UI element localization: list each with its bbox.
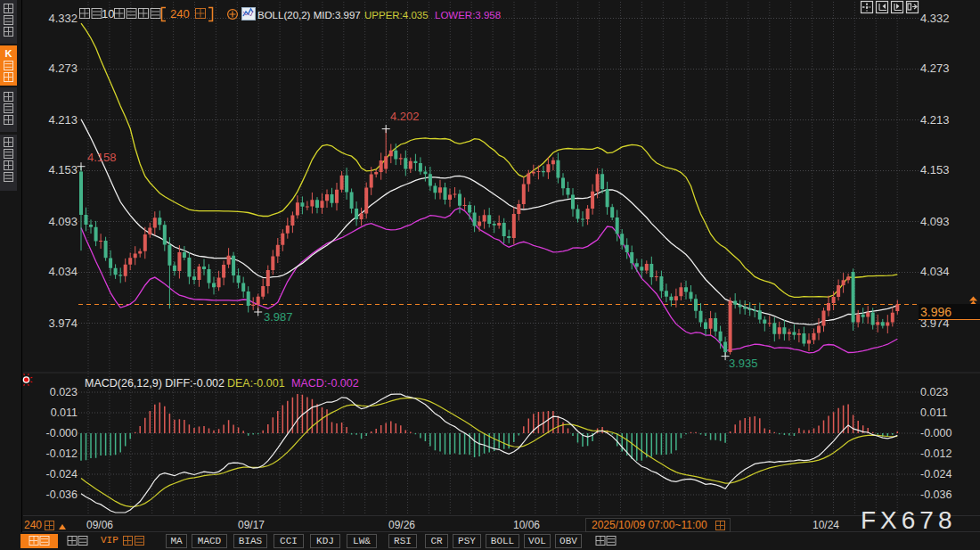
svg-text:K: K	[5, 48, 12, 59]
